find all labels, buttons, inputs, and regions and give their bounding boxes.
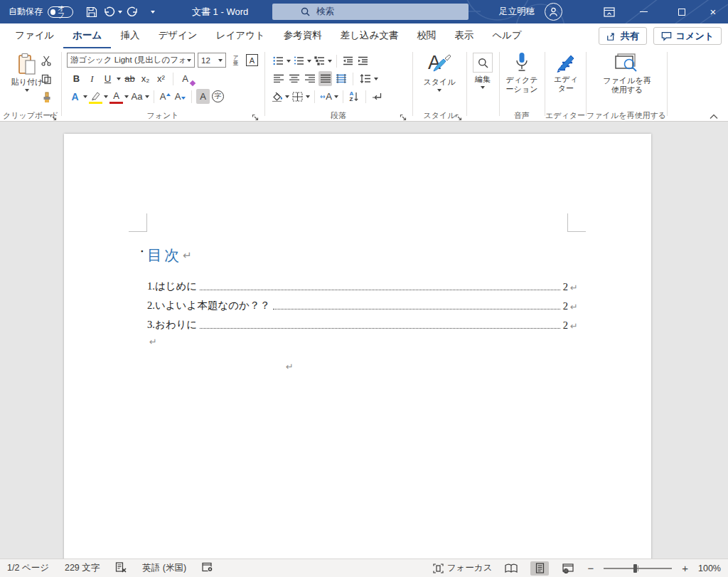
paste-button[interactable]: 貼り付け <box>10 53 44 94</box>
tab-review[interactable]: 校閲 <box>407 23 445 49</box>
page-indicator[interactable]: 1/2 ページ <box>7 562 49 574</box>
zoom-level[interactable]: 100% <box>698 563 721 573</box>
character-border-button[interactable]: A <box>245 53 259 68</box>
zoom-in-button[interactable]: + <box>682 563 688 573</box>
grow-font-button[interactable]: A <box>159 89 172 104</box>
font-dialog-launcher[interactable] <box>252 111 260 120</box>
highlight-color-button[interactable] <box>89 89 102 104</box>
quick-access-customize-button[interactable] <box>142 0 164 23</box>
user-name[interactable]: 足立明穂 <box>499 0 535 23</box>
decrease-indent-button[interactable] <box>341 53 355 68</box>
tab-home[interactable]: ホーム <box>63 23 111 49</box>
bullet-list-caret[interactable] <box>287 60 291 65</box>
reuse-files-button[interactable]: ファイルを再使用する <box>599 53 655 95</box>
tab-view[interactable]: 表示 <box>445 23 483 49</box>
asian-layout-caret[interactable] <box>334 95 338 100</box>
tab-insert[interactable]: 挿入 <box>111 23 149 49</box>
text-effects-caret[interactable] <box>83 95 87 100</box>
web-layout-button[interactable] <box>559 561 577 576</box>
underline-button[interactable]: U <box>101 71 114 86</box>
redo-button[interactable] <box>122 0 142 23</box>
line-spacing-caret[interactable] <box>374 78 378 83</box>
styles-dialog-launcher[interactable] <box>455 111 464 120</box>
toc-entry[interactable]: 3.おわりに 2 ↵ <box>147 312 578 332</box>
change-case-button[interactable]: Aa <box>130 89 144 104</box>
tab-file[interactable]: ファイル <box>6 23 63 49</box>
print-layout-button[interactable] <box>530 561 549 576</box>
minimize-button[interactable] <box>628 0 658 23</box>
zoom-out-button[interactable]: − <box>587 563 594 573</box>
shading-caret[interactable] <box>285 95 289 100</box>
multilevel-list-button[interactable] <box>313 53 326 68</box>
font-name-select[interactable]: 游ゴシック Light (見出しのフォン <box>67 53 195 68</box>
autosave-toggle[interactable]: 自動保存 オフ <box>9 0 73 23</box>
zoom-slider[interactable] <box>604 568 672 569</box>
paragraph-dialog-launcher[interactable] <box>400 111 408 120</box>
dictate-button[interactable]: ディクテーション <box>502 52 542 94</box>
asian-layout-button[interactable]: A <box>319 89 333 104</box>
collapse-ribbon-button[interactable] <box>710 110 718 122</box>
tab-design[interactable]: デザイン <box>149 23 206 49</box>
justify-button[interactable] <box>318 71 332 86</box>
italic-button[interactable]: I <box>85 71 99 86</box>
show-formatting-marks-button[interactable] <box>370 89 384 104</box>
tab-layout[interactable]: レイアウト <box>207 23 274 49</box>
save-button[interactable] <box>84 0 100 23</box>
distribute-button[interactable] <box>334 71 348 86</box>
cut-button[interactable] <box>40 53 53 68</box>
document-page[interactable]: ▪ 目次 ↵ 1.はじめに 2 ↵ 2.いよいよ本題なのか？？ 2 ↵ <box>64 134 651 559</box>
document-canvas[interactable]: ▪ 目次 ↵ 1.はじめに 2 ↵ 2.いよいよ本題なのか？？ 2 ↵ <box>0 122 728 559</box>
proofing-status-button[interactable] <box>115 562 127 575</box>
word-count[interactable]: 229 文字 <box>65 562 100 574</box>
phonetic-guide-button[interactable]: ア 亜 <box>229 53 242 68</box>
share-button[interactable]: 共有 <box>599 27 647 45</box>
multilevel-list-caret[interactable] <box>328 60 332 65</box>
toc-entry[interactable]: 2.いよいよ本題なのか？？ 2 ↵ <box>147 293 578 312</box>
line-spacing-button[interactable] <box>358 71 372 86</box>
focus-mode-button[interactable]: フォーカス <box>433 562 493 574</box>
align-center-button[interactable] <box>287 71 301 86</box>
font-size-select[interactable]: 12 <box>198 53 226 68</box>
tab-help[interactable]: ヘルプ <box>483 23 530 49</box>
tab-mailings[interactable]: 差し込み文書 <box>331 23 408 49</box>
editing-button[interactable]: 編集 <box>471 53 495 91</box>
maximize-button[interactable] <box>667 0 697 23</box>
comments-button[interactable]: コメント <box>653 27 722 45</box>
subscript-button[interactable]: x₂ <box>139 71 152 86</box>
shrink-font-button[interactable]: A <box>173 89 187 104</box>
copy-button[interactable] <box>40 72 53 87</box>
borders-caret[interactable] <box>306 95 310 100</box>
numbered-list-caret[interactable] <box>307 60 311 65</box>
language-indicator[interactable]: 英語 (米国) <box>142 562 186 574</box>
macro-record-button[interactable] <box>202 562 213 574</box>
change-case-caret[interactable] <box>145 95 149 100</box>
table-of-contents[interactable]: 1.はじめに 2 ↵ 2.いよいよ本題なのか？？ 2 ↵ 3.おわりに 2 ↵ <box>147 274 578 348</box>
strikethrough-button[interactable]: ab <box>123 71 136 86</box>
superscript-button[interactable]: x² <box>154 71 168 86</box>
close-button[interactable]: × <box>698 0 728 23</box>
editor-button[interactable]: エディター <box>547 53 584 93</box>
zoom-slider-handle[interactable] <box>633 564 637 573</box>
text-effects-button[interactable]: A <box>68 89 82 104</box>
align-left-button[interactable] <box>272 71 285 86</box>
undo-button[interactable] <box>100 0 118 23</box>
align-right-button[interactable] <box>303 71 316 86</box>
character-shading-button[interactable]: A <box>196 89 210 104</box>
tab-references[interactable]: 参考資料 <box>274 23 331 49</box>
styles-button[interactable]: A スタイル <box>418 51 461 94</box>
bold-button[interactable]: B <box>70 71 83 86</box>
user-avatar[interactable] <box>545 3 562 21</box>
bullet-list-button[interactable] <box>272 53 285 68</box>
numbered-list-button[interactable] <box>292 53 306 68</box>
sort-button[interactable]: AZ <box>348 89 361 104</box>
increase-indent-button[interactable] <box>356 53 370 68</box>
font-color-button[interactable]: A <box>109 89 123 104</box>
font-color-caret[interactable] <box>124 95 129 100</box>
clear-formatting-button[interactable]: A <box>178 71 192 86</box>
shading-button[interactable] <box>270 89 284 104</box>
format-painter-button[interactable] <box>40 90 53 105</box>
enclose-characters-button[interactable]: 字 <box>211 89 225 104</box>
search-box[interactable]: 検索 <box>272 4 469 20</box>
read-mode-button[interactable] <box>502 561 520 576</box>
ribbon-display-options-button[interactable] <box>594 0 624 23</box>
